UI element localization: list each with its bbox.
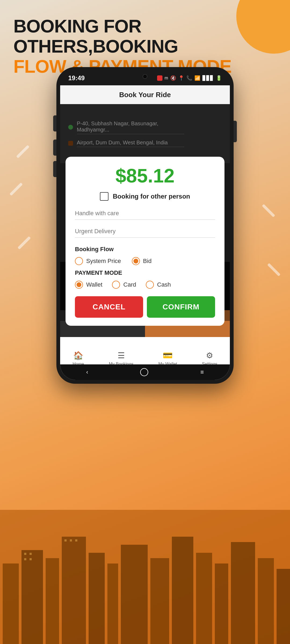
booking-flow-title: Booking Flow [75, 246, 215, 253]
bid-label: Bid [143, 258, 152, 265]
signal-icon: ▊▊▊ [202, 75, 214, 81]
svg-rect-6 [107, 564, 118, 644]
card-radio[interactable] [112, 281, 120, 289]
back-button[interactable]: ‹ [86, 369, 88, 376]
home-icon: 🏠 [73, 351, 83, 360]
status-icons: m 🔇 📍 📞 📶 ▊▊▊ 🔋 [157, 75, 222, 81]
location-icon: 📍 [178, 75, 184, 81]
bookings-icon: ☰ [118, 351, 125, 360]
system-price-option[interactable]: System Price [75, 257, 121, 265]
notif-icon2: m [165, 76, 168, 80]
svg-rect-8 [150, 558, 169, 644]
settings-icon: ⚙ [206, 351, 213, 360]
system-price-radio[interactable] [75, 257, 83, 265]
menu-button[interactable]: ≡ [200, 369, 204, 376]
other-person-label: Booking for other person [113, 193, 190, 200]
confirm-button[interactable]: CONFIRM [147, 296, 215, 318]
payment-mode-title: PAYMENT MODE [75, 269, 215, 276]
slash-5 [267, 263, 280, 276]
nav-home[interactable]: 🏠 Home [73, 351, 84, 367]
cash-label: Cash [157, 281, 171, 288]
phone-mockup: 19:49 m 🔇 📍 📞 📶 ▊▊▊ 🔋 Book Your Ride [56, 67, 234, 384]
svg-rect-10 [196, 553, 212, 644]
wallet-radio-inner [77, 282, 81, 287]
wallet-icon: 💳 [163, 351, 173, 360]
svg-rect-9 [172, 537, 193, 644]
slash-3 [17, 236, 31, 249]
phone-nav-bar: ‹ ≡ [60, 364, 230, 380]
svg-rect-4 [62, 537, 86, 644]
svg-rect-5 [89, 553, 105, 644]
app-header: Book Your Ride [60, 85, 230, 104]
home-button[interactable] [140, 368, 148, 376]
nav-settings[interactable]: ⚙ Settings [202, 351, 218, 367]
svg-rect-17 [24, 558, 26, 560]
svg-rect-18 [30, 558, 32, 560]
battery-icon: 🔋 [216, 75, 222, 81]
handle-with-care-input[interactable] [75, 207, 215, 220]
svg-rect-2 [21, 550, 43, 644]
notif-icon1 [157, 75, 162, 81]
svg-rect-12 [231, 542, 255, 644]
svg-rect-13 [258, 558, 274, 644]
phone-icon: 📞 [186, 75, 192, 81]
wallet-option[interactable]: Wallet [75, 281, 102, 289]
wallet-label: Wallet [86, 281, 102, 288]
cancel-button[interactable]: CANCEL [75, 296, 143, 318]
action-buttons: CANCEL CONFIRM [75, 296, 215, 318]
svg-rect-11 [215, 564, 228, 644]
bid-radio-inner [133, 259, 138, 264]
svg-rect-20 [70, 539, 72, 541]
svg-rect-21 [75, 539, 77, 541]
svg-rect-3 [46, 558, 59, 644]
modal-card: $85.12 Booking for other person Booking … [66, 157, 224, 326]
card-label: Card [123, 281, 136, 288]
cash-radio[interactable] [146, 281, 154, 289]
system-price-label: System Price [86, 258, 121, 265]
svg-rect-16 [30, 553, 32, 555]
other-person-row[interactable]: Booking for other person [75, 192, 215, 201]
nav-my-bookings[interactable]: ☰ My Bookings [109, 351, 134, 367]
wallet-radio[interactable] [75, 281, 83, 289]
cash-option[interactable]: Cash [146, 281, 171, 289]
slash-2 [9, 182, 23, 196]
app-title: Book Your Ride [119, 91, 171, 99]
svg-rect-1 [3, 564, 19, 644]
price-display: $85.12 [75, 165, 215, 187]
status-time: 19:49 [68, 74, 85, 82]
phone-screen: 19:49 m 🔇 📍 📞 📶 ▊▊▊ 🔋 Book Your Ride [60, 71, 230, 380]
svg-rect-7 [121, 545, 148, 644]
bid-radio[interactable] [132, 257, 140, 265]
header-line1: BOOKING FOR OTHERS,BOOKING [13, 16, 290, 56]
slash-1 [16, 145, 29, 158]
booking-flow-options: System Price Bid [75, 257, 215, 265]
card-option[interactable]: Card [112, 281, 136, 289]
payment-mode-options: Wallet Card Cash [75, 281, 215, 289]
city-skyline [0, 510, 290, 644]
camera-notch [143, 74, 147, 79]
svg-rect-19 [64, 539, 67, 541]
urgent-delivery-input[interactable] [75, 225, 215, 238]
bid-option[interactable]: Bid [132, 257, 152, 265]
other-person-checkbox[interactable] [100, 192, 108, 201]
nav-my-wallet[interactable]: 💳 My Wallet [158, 351, 177, 367]
wifi-icon: 📶 [194, 75, 200, 81]
slash-4 [262, 204, 275, 217]
svg-rect-14 [277, 569, 290, 644]
status-bar: 19:49 m 🔇 📍 📞 📶 ▊▊▊ 🔋 [60, 71, 230, 85]
phone-outer: 19:49 m 🔇 📍 📞 📶 ▊▊▊ 🔋 Book Your Ride [56, 67, 234, 384]
svg-rect-15 [24, 553, 26, 555]
mute-icon: 🔇 [170, 75, 176, 81]
